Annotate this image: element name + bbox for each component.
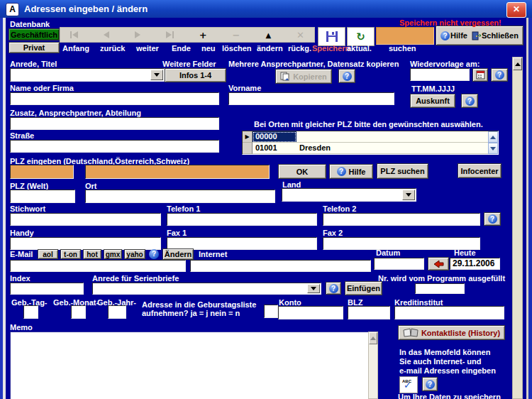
telefon-help-button[interactable]: ? bbox=[484, 212, 501, 226]
serienbriefe-label: Anrede für Serienbriefe bbox=[92, 274, 179, 283]
form-scrollbar[interactable] bbox=[512, 57, 523, 399]
scroll-down-icon[interactable] bbox=[488, 143, 498, 154]
scroll-up-icon[interactable] bbox=[369, 332, 377, 344]
telefon1-input[interactable] bbox=[167, 213, 317, 226]
auskunft-help-button[interactable]: ? bbox=[461, 94, 478, 108]
land-combobox[interactable] bbox=[282, 188, 416, 202]
ort-cell[interactable] bbox=[297, 131, 488, 143]
close-window-button[interactable]: Schließen bbox=[472, 31, 519, 40]
copy-icon bbox=[280, 72, 290, 81]
konto-input[interactable] bbox=[278, 306, 343, 319]
edit-record-icon[interactable]: ▲ bbox=[265, 31, 271, 40]
memo-input[interactable] bbox=[10, 332, 372, 399]
search-input[interactable] bbox=[376, 27, 434, 45]
infocenter-button[interactable]: Infocenter bbox=[458, 163, 501, 178]
geb-tag-input[interactable] bbox=[23, 305, 38, 319]
auskunft-button[interactable]: Auskunft bbox=[410, 94, 455, 108]
undo-icon[interactable]: ✕ bbox=[297, 31, 304, 40]
chevron-down-icon[interactable] bbox=[402, 190, 415, 200]
email-provider-gmx-button[interactable]: gmx bbox=[104, 249, 122, 259]
close-icon[interactable]: ✕ bbox=[506, 2, 526, 18]
spellcheck-button[interactable]: ABC✓ bbox=[399, 376, 418, 393]
plz-ort-input[interactable] bbox=[85, 165, 270, 179]
title-bar: A Adressen eingeben / ändern ✕ bbox=[0, 0, 532, 18]
geb-monat-input[interactable] bbox=[71, 305, 86, 319]
plz-suchen-button[interactable]: PLZ suchen bbox=[377, 163, 428, 179]
wiedervorlage-help-button[interactable]: ? bbox=[491, 68, 508, 82]
ok-button[interactable]: OK bbox=[278, 164, 326, 179]
plz-welt-input[interactable] bbox=[10, 190, 75, 203]
email-provider-ton-button[interactable]: t-on bbox=[60, 249, 81, 259]
plz-input[interactable] bbox=[10, 165, 74, 179]
record-navigation-toolbar: + − ▲ ✕ bbox=[60, 27, 315, 43]
serienbriefe-combobox[interactable] bbox=[92, 283, 321, 295]
anrede-titel-combobox[interactable] bbox=[10, 68, 165, 82]
email-help-button[interactable]: ? bbox=[149, 249, 159, 259]
previous-record-icon[interactable] bbox=[104, 31, 109, 38]
copy-date-button[interactable] bbox=[428, 257, 449, 270]
plz-grid-row[interactable]: ▶ 00000 bbox=[243, 131, 488, 143]
privat-button[interactable]: Privat bbox=[9, 42, 60, 53]
infos-1-4-button[interactable]: Infos 1-4 bbox=[165, 68, 226, 82]
blz-input[interactable] bbox=[348, 306, 390, 319]
geburtstagsliste-flag-input[interactable] bbox=[264, 305, 278, 318]
email-provider-yahoo-button[interactable]: yaho bbox=[124, 249, 145, 259]
geschaeftlich-button[interactable]: Geschäftlich bbox=[9, 28, 60, 40]
plz-cell[interactable]: 00000 bbox=[253, 131, 297, 143]
handy-input[interactable] bbox=[10, 237, 161, 250]
new-record-icon[interactable]: + bbox=[199, 31, 207, 40]
email-provider-aol-button[interactable]: aol bbox=[38, 249, 58, 259]
name-firma-label: Name oder Firma bbox=[10, 84, 74, 92]
next-record-icon[interactable] bbox=[135, 31, 140, 38]
ort-input[interactable] bbox=[85, 190, 275, 203]
plz-grid-row[interactable]: 01001 Dresden bbox=[243, 143, 488, 154]
memo-help-button[interactable]: ? bbox=[422, 377, 438, 391]
email-provider-hot-button[interactable]: hot bbox=[83, 249, 101, 259]
memo-hint-line1: In das Memofeld können bbox=[399, 348, 490, 356]
save-icon bbox=[326, 31, 338, 42]
zusatz-input[interactable] bbox=[10, 117, 219, 130]
help-icon: ? bbox=[329, 284, 338, 293]
memo-scrollbar[interactable] bbox=[368, 332, 378, 399]
internet-input[interactable] bbox=[190, 260, 371, 272]
vorname-input[interactable] bbox=[228, 92, 394, 105]
save-button[interactable] bbox=[318, 27, 345, 46]
strasse-input[interactable] bbox=[10, 140, 219, 153]
delete-record-icon[interactable]: − bbox=[233, 31, 240, 40]
scroll-up-icon[interactable] bbox=[513, 58, 522, 70]
aendern-button[interactable]: Ändern bbox=[162, 248, 194, 260]
email-input[interactable] bbox=[10, 260, 186, 272]
index-input[interactable] bbox=[10, 283, 84, 295]
name-firma-input[interactable] bbox=[10, 92, 219, 105]
kopieren-button[interactable]: Kopieren bbox=[275, 69, 332, 84]
ort-cell[interactable]: Dresden bbox=[297, 143, 488, 154]
scroll-up-icon[interactable] bbox=[488, 131, 498, 143]
datum-input[interactable] bbox=[374, 258, 424, 270]
help-button[interactable]: ? Hilfe bbox=[440, 31, 467, 40]
last-record-icon[interactable] bbox=[166, 31, 174, 38]
geb-jahr-input[interactable] bbox=[108, 305, 126, 319]
plz-cell[interactable]: 01001 bbox=[253, 143, 297, 154]
anrede-titel-label: Anrede, Titel bbox=[10, 60, 57, 68]
plz-help-button[interactable]: ? Hilfe bbox=[329, 164, 373, 179]
kreditinstitut-input[interactable] bbox=[394, 306, 504, 319]
stichwort-input[interactable] bbox=[10, 213, 161, 226]
einfuegen-button[interactable]: Einfügen bbox=[345, 281, 382, 295]
telefon2-input[interactable] bbox=[323, 213, 480, 226]
kopieren-help-button[interactable]: ? bbox=[338, 69, 355, 83]
help-icon: ? bbox=[465, 97, 475, 106]
memo-hint-line2: Sie auch Internet- und bbox=[399, 357, 482, 366]
window-border-right-outer bbox=[528, 18, 532, 399]
refresh-button[interactable]: ↻ bbox=[347, 27, 375, 46]
nr-input[interactable] bbox=[415, 283, 465, 294]
wiedervorlage-input[interactable] bbox=[410, 68, 470, 81]
first-record-icon[interactable] bbox=[70, 31, 78, 38]
nav-label-neu: neu bbox=[201, 44, 216, 53]
kontaktliste-button[interactable]: Kontaktliste (History) bbox=[398, 325, 505, 340]
bottom-hint-text: Um Ihre Daten zu speichern bbox=[398, 393, 501, 399]
calendar-button[interactable] bbox=[472, 68, 488, 82]
chevron-down-icon[interactable] bbox=[150, 70, 163, 80]
chevron-down-icon[interactable] bbox=[307, 284, 320, 293]
plz-grid-scrollbar[interactable] bbox=[488, 131, 498, 154]
serienbriefe-help-button[interactable]: ? bbox=[326, 282, 341, 295]
